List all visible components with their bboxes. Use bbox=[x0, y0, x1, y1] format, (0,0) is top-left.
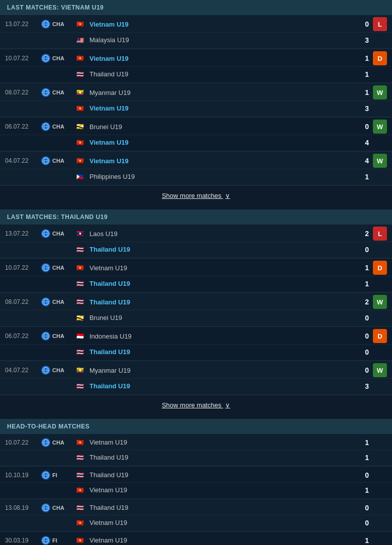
match-row-second: 🇹🇭Thailand U193 bbox=[0, 379, 392, 395]
team-name: Vietnam U19 bbox=[89, 486, 358, 494]
show-more-button[interactable]: Show more matches ∨ bbox=[0, 186, 392, 205]
match-score: 0 bbox=[358, 332, 373, 340]
match-date: 13.07.22 bbox=[5, 230, 41, 237]
match-block: 13.08.19 CHA🇹🇭Thailand U190🇻🇳Vietnam U19… bbox=[0, 499, 392, 532]
match-score: 0 bbox=[358, 246, 373, 254]
chevron-down-icon: ∨ bbox=[225, 192, 230, 199]
team-row: 🇻🇳Vietnam U19 bbox=[76, 156, 358, 166]
match-score: 0 bbox=[358, 519, 373, 527]
team-name: Indonesia U19 bbox=[89, 333, 358, 340]
section-h2h: HEAD-TO-HEAD MATCHES10.07.22 CHA🇻🇳Vietna… bbox=[0, 419, 392, 545]
match-score: 3 bbox=[358, 382, 373, 390]
team-flag: 🇵🇭 bbox=[76, 173, 86, 180]
globe-icon bbox=[41, 332, 50, 341]
team-flag: 🇹🇭 bbox=[76, 349, 86, 356]
globe-icon bbox=[41, 471, 50, 480]
competition-col: CHA bbox=[41, 503, 76, 512]
match-score: 2 bbox=[358, 298, 373, 306]
team-name: Vietnam U19 bbox=[89, 55, 358, 62]
competition-label: CHA bbox=[52, 333, 64, 339]
competition-label: CHA bbox=[52, 124, 64, 130]
match-block: 10.07.22 CHA🇻🇳Vietnam U191🇹🇭Thailand U19… bbox=[0, 434, 392, 467]
result-badge: W bbox=[373, 85, 387, 99]
match-row-second: 🇹🇭Thailand U191 bbox=[0, 450, 392, 466]
globe-icon bbox=[41, 438, 50, 447]
match-score: 1 bbox=[358, 54, 373, 62]
team-row: 🇹🇭Thailand U19 bbox=[76, 347, 358, 357]
team-name: Vietnam U19 bbox=[89, 157, 358, 165]
competition-col: CHA bbox=[41, 54, 76, 63]
result-badge: D bbox=[373, 51, 387, 65]
match-row-second: 🇹🇭Thailand U191 bbox=[0, 276, 392, 292]
team-name: Thailand U19 bbox=[89, 246, 358, 253]
team-flag: 🇲🇲 bbox=[76, 367, 86, 374]
match-score: 1 bbox=[358, 88, 373, 96]
match-row-second: 🇹🇭Thailand U191 bbox=[0, 67, 392, 83]
section-header-thailand: LAST MATCHES: THAILAND U19 bbox=[0, 209, 392, 225]
team-name: Vietnam U19 bbox=[89, 139, 358, 146]
team-flag: 🇻🇳 bbox=[76, 439, 86, 446]
competition-label: CHA bbox=[52, 367, 64, 373]
competition-label: CHA bbox=[52, 505, 64, 511]
team-flag: 🇻🇳 bbox=[76, 55, 86, 62]
match-score: 4 bbox=[358, 157, 373, 165]
match-row-second: 🇻🇳Vietnam U190 bbox=[0, 515, 392, 531]
team-row: 🇧🇳Brunei U19 bbox=[76, 312, 358, 323]
globe-icon bbox=[41, 297, 50, 306]
globe-icon bbox=[41, 263, 50, 272]
competition-col: CHA bbox=[41, 88, 76, 97]
team-row: 🇲🇲Myanmar U19 bbox=[76, 87, 358, 98]
match-date: 13.08.19 bbox=[5, 504, 41, 511]
team-flag: 🇲🇾 bbox=[76, 37, 86, 44]
match-date: 30.03.19 bbox=[5, 537, 41, 544]
match-block: 13.07.22 CHA🇱🇦Laos U192L🇹🇭Thailand U190 bbox=[0, 225, 392, 259]
match-block: 08.07.22 CHA🇹🇭Thailand U192W🇧🇳Brunei U19… bbox=[0, 293, 392, 327]
match-score: 0 bbox=[358, 314, 373, 322]
competition-col: CHA bbox=[41, 438, 76, 447]
match-row: 08.07.22 CHA🇹🇭Thailand U192W bbox=[0, 293, 392, 310]
competition-label: CHA bbox=[52, 265, 64, 271]
team-row: 🇹🇭Thailand U19 bbox=[76, 452, 358, 463]
competition-col: CHA bbox=[41, 156, 76, 165]
globe-icon bbox=[41, 122, 50, 131]
team-row: 🇻🇳Vietnam U19 bbox=[76, 535, 358, 545]
globe-icon bbox=[41, 229, 50, 238]
competition-label: CHA bbox=[52, 89, 64, 95]
team-row: 🇮🇩Indonesia U19 bbox=[76, 331, 358, 342]
match-row: 30.03.19 FI🇻🇳Vietnam U191 bbox=[0, 532, 392, 545]
competition-col: CHA bbox=[41, 366, 76, 375]
team-row: 🇻🇳Vietnam U19 bbox=[76, 517, 358, 528]
team-flag: 🇹🇭 bbox=[76, 298, 86, 305]
match-block: 06.07.22 CHA🇮🇩Indonesia U190D🇹🇭Thailand … bbox=[0, 327, 392, 361]
team-row: 🇻🇳Vietnam U19 bbox=[76, 437, 358, 448]
globe-icon bbox=[41, 54, 50, 63]
match-block: 30.03.19 FI🇻🇳Vietnam U191🇹🇭Thailand U190 bbox=[0, 532, 392, 545]
match-score: 1 bbox=[358, 439, 373, 447]
globe-icon bbox=[41, 156, 50, 165]
team-flag: 🇲🇲 bbox=[76, 89, 86, 96]
match-row-second: 🇻🇳Vietnam U193 bbox=[0, 101, 392, 117]
team-name: Brunei U19 bbox=[89, 123, 358, 131]
match-row: 10.07.22 CHA🇻🇳Vietnam U191D bbox=[0, 49, 392, 67]
match-block: 13.07.22 CHA🇻🇳Vietnam U190L🇲🇾Malaysia U1… bbox=[0, 15, 392, 49]
match-score: 1 bbox=[358, 173, 373, 181]
match-row-second: 🇹🇭Thailand U190 bbox=[0, 242, 392, 258]
match-date: 04.07.22 bbox=[5, 367, 41, 374]
match-date: 04.07.22 bbox=[5, 157, 41, 164]
match-score: 1 bbox=[358, 280, 373, 288]
match-score: 3 bbox=[358, 36, 373, 44]
competition-label: CHA bbox=[52, 55, 64, 61]
globe-icon bbox=[41, 88, 50, 97]
competition-col: CHA bbox=[41, 332, 76, 341]
team-row: 🇻🇳Vietnam U19 bbox=[76, 19, 358, 30]
show-more-button[interactable]: Show more matches ∨ bbox=[0, 395, 392, 415]
match-row-second: 🇹🇭Thailand U190 bbox=[0, 345, 392, 361]
match-score: 0 bbox=[358, 504, 373, 512]
team-row: 🇲🇾Malaysia U19 bbox=[76, 35, 358, 45]
team-name: Malaysia U19 bbox=[89, 36, 358, 44]
team-row: 🇧🇳Brunei U19 bbox=[76, 122, 358, 132]
team-row: 🇻🇳Vietnam U19 bbox=[76, 137, 358, 148]
match-date: 10.07.22 bbox=[5, 264, 41, 271]
team-row: 🇻🇳Vietnam U19 bbox=[76, 263, 358, 273]
competition-col: CHA bbox=[41, 229, 76, 238]
